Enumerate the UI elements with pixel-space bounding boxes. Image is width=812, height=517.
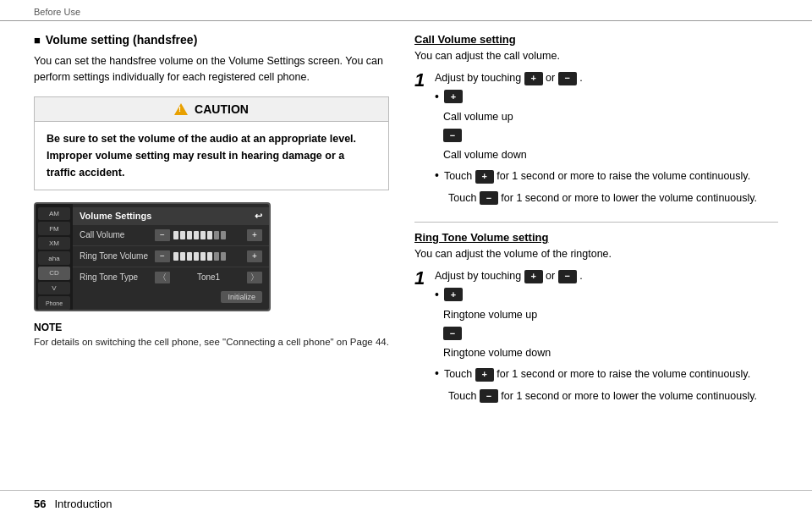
call-volume-desc: You can adjust the call volume.	[414, 50, 778, 62]
ring-adjust-text: Adjust by touching	[435, 270, 524, 282]
page-number: 56	[34, 498, 46, 510]
vs-main: Volume Settings ↩ Call Volume −	[73, 204, 269, 310]
vs-sidebar-v: V	[38, 282, 70, 295]
vs-title-bar: Volume Settings ↩	[73, 207, 269, 225]
call-touch-minus-inline-btn[interactable]: −	[480, 191, 498, 205]
vs-ring-type-label: Ring Tone Type	[80, 272, 151, 282]
vs-call-plus[interactable]: +	[247, 229, 262, 241]
call-plus-button[interactable]: +	[524, 72, 543, 85]
call-volume-section: Call Volume setting You can adjust the c…	[414, 33, 778, 210]
call-or-text: or	[546, 72, 558, 84]
caution-body: Be sure to set the volume of the audio a…	[35, 122, 388, 190]
call-plus-desc: Call volume up	[443, 109, 778, 125]
vs-ring-volume-label: Ring Tone Volume	[80, 251, 151, 261]
ring-tone-desc: You can adjust the volume of the rington…	[414, 248, 778, 260]
ring-touch-plus-item: Touch + for 1 second or more to raise th…	[435, 366, 778, 382]
vs-call-bar	[173, 231, 244, 239]
vs-tone-value: Tone1	[173, 272, 244, 282]
call-bullet-plus-btn[interactable]: +	[444, 90, 463, 103]
vs-sidebar-phone: Phone	[38, 296, 70, 310]
left-column: Volume setting (handsfree) You can set t…	[34, 33, 389, 410]
right-column: Call Volume setting You can adjust the c…	[414, 33, 778, 410]
call-step-label: Adjust by touching + or − .	[435, 70, 778, 86]
call-step-content: Adjust by touching + or − . + Call volum…	[435, 70, 778, 210]
vs-ring-minus[interactable]: −	[155, 250, 170, 262]
ring-period: .	[579, 270, 582, 282]
ring-bullet-list: +	[435, 288, 778, 302]
note-text: For details on switching the cell phone,…	[34, 335, 389, 349]
page-header: Before Use	[0, 0, 812, 21]
vs-ring-volume-row: Ring Tone Volume − +	[73, 246, 269, 267]
ring-bullet-minus-btn[interactable]: −	[443, 327, 462, 340]
vs-tone-left-arrow[interactable]: 〈	[155, 272, 170, 283]
ring-plus-desc: Ringtone volume up	[443, 307, 778, 323]
volume-section-desc: You can set the handsfree volume on the …	[34, 53, 389, 86]
page-body: Volume setting (handsfree) You can set t…	[0, 21, 812, 418]
vs-sidebar-aha: aha	[38, 251, 70, 265]
vs-sidebar-xm: XM	[38, 237, 70, 250]
footer-label: Introduction	[54, 498, 112, 510]
call-touch-list: Touch + for 1 second or more to raise th…	[435, 168, 778, 184]
vs-tone-right-arrow[interactable]: 〉	[247, 272, 262, 283]
call-minus-button[interactable]: −	[558, 72, 577, 85]
ring-touch-plus-inline-btn[interactable]: +	[475, 368, 494, 382]
caution-box: CAUTION Be sure to set the volume of the…	[34, 96, 389, 190]
call-period: .	[579, 72, 582, 84]
caution-triangle-icon	[174, 103, 188, 115]
vs-call-volume-row: Call Volume − +	[73, 225, 269, 246]
call-step-number: 1	[414, 70, 428, 210]
vs-sidebar-cd: CD	[38, 267, 70, 280]
call-minus-desc: Call volume down	[443, 147, 778, 163]
ring-step-1-row: 1 Adjust by touching + or − . + Ri	[414, 268, 778, 404]
call-bullet-minus-btn[interactable]: −	[443, 129, 462, 142]
call-touch-plus-inline-btn[interactable]: +	[475, 170, 494, 184]
vs-title: Volume Settings	[80, 211, 151, 221]
vs-initialize-row: Initialize	[73, 288, 269, 306]
ring-touch-list: Touch + for 1 second or more to raise th…	[435, 366, 778, 382]
call-step-1-row: 1 Adjust by touching + or − . + Ca	[414, 70, 778, 210]
call-bullet-list: +	[435, 90, 778, 104]
vs-ring-bar	[173, 252, 244, 261]
vs-sidebar: AM FM XM aha CD V Phone	[36, 204, 73, 310]
vs-ring-plus[interactable]: +	[247, 250, 262, 262]
ring-bullet-plus-btn[interactable]: +	[444, 288, 463, 301]
ring-tone-volume-section: Ring Tone Volume setting You can adjust …	[414, 231, 778, 404]
vs-sidebar-fm: FM	[38, 222, 70, 235]
note-title: NOTE	[34, 322, 389, 333]
vs-call-minus[interactable]: −	[155, 229, 170, 241]
volume-section-title: Volume setting (handsfree)	[34, 33, 389, 47]
ring-touch-minus-inline-btn[interactable]: −	[480, 389, 498, 403]
vs-initialize-button[interactable]: Initialize	[221, 291, 262, 303]
ring-step-content: Adjust by touching + or − . + Ringtone v…	[435, 268, 778, 404]
call-bullet-plus: +	[435, 90, 778, 104]
ring-tone-title: Ring Tone Volume setting	[414, 231, 778, 244]
ring-step-number: 1	[414, 268, 428, 404]
ring-bullet-plus: +	[435, 288, 778, 302]
vs-ring-type-row: Ring Tone Type 〈 Tone1 〉	[73, 267, 269, 288]
caution-header: CAUTION	[35, 97, 388, 122]
call-volume-title: Call Volume setting	[414, 33, 778, 46]
call-adjust-text: Adjust by touching	[435, 72, 524, 84]
vs-back-icon: ↩	[255, 211, 262, 222]
vs-call-volume-label: Call Volume	[80, 230, 151, 239]
note-section: NOTE For details on switching the cell p…	[34, 322, 389, 349]
ring-touch-minus-item: Touch − for 1 second or more to lower th…	[448, 388, 778, 404]
caution-title: CAUTION	[195, 102, 249, 116]
call-touch-plus-text: Touch + for 1 second or more to raise th…	[444, 168, 750, 184]
call-touch-minus-item: Touch − for 1 second or more to lower th…	[448, 190, 778, 206]
page-footer: 56 Introduction	[0, 490, 812, 517]
section-separator	[414, 222, 778, 223]
call-touch-plus-item: Touch + for 1 second or more to raise th…	[435, 168, 778, 184]
ring-minus-desc: Ringtone volume down	[443, 345, 778, 361]
ring-minus-button[interactable]: −	[558, 270, 577, 283]
vs-sidebar-am: AM	[38, 207, 70, 221]
volume-settings-screen: AM FM XM aha CD V Phone Volume Settings …	[34, 202, 271, 311]
ring-or-text: or	[546, 270, 558, 282]
header-label: Before Use	[34, 7, 80, 17]
ring-step-label: Adjust by touching + or − .	[435, 268, 778, 284]
ring-touch-plus-text: Touch + for 1 second or more to raise th…	[444, 366, 750, 382]
ring-plus-button[interactable]: +	[524, 270, 543, 283]
